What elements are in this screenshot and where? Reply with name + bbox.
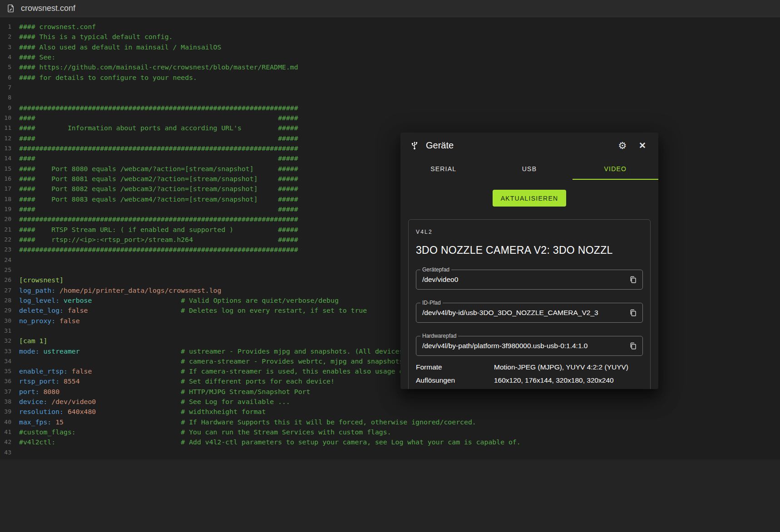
- file-edit-icon: [6, 4, 16, 13]
- code-line[interactable]: 42#v4l2ctl: # Add v4l2-ctl parameters to…: [0, 437, 780, 447]
- line-number: 27: [0, 286, 11, 296]
- device-path-field[interactable]: Gerätepfad /dev/video0: [416, 270, 643, 290]
- code-line[interactable]: 19#### #####: [0, 204, 780, 214]
- line-number: 25: [0, 265, 11, 275]
- code-line[interactable]: 40max_fps: 15 # If Hardware Supports thi…: [0, 417, 780, 427]
- line-number: 16: [0, 174, 11, 184]
- code-token: # camera-streamer - Provides webrtc, mjp…: [181, 357, 407, 365]
- code-line[interactable]: 31: [0, 326, 780, 336]
- code-line[interactable]: 4#### See:: [0, 52, 780, 62]
- hardware-path-field[interactable]: Hardwarepfad /dev/v4l/by-path/platform-3…: [416, 336, 643, 356]
- line-number: 22: [0, 235, 11, 245]
- code-line[interactable]: 27log_path: /home/pi/printer_data/logs/c…: [0, 286, 780, 296]
- code-line[interactable]: 39resolution: 640x480 # widthxheight for…: [0, 407, 780, 417]
- code-line[interactable]: 34 # camera-streamer - Provides webrtc, …: [0, 356, 780, 366]
- code-token: 15: [51, 418, 64, 426]
- code-line[interactable]: 24: [0, 255, 780, 265]
- usb-icon: [410, 140, 420, 150]
- code-line[interactable]: 7: [0, 83, 780, 93]
- code-line[interactable]: 18#### Port 8083 equals /webcam4/?action…: [0, 194, 780, 204]
- line-number: 12: [0, 133, 11, 143]
- settings-button[interactable]: ⚙: [616, 138, 629, 152]
- code-line[interactable]: 9#######################################…: [0, 103, 780, 113]
- copy-button[interactable]: [627, 273, 639, 286]
- copy-button[interactable]: [627, 306, 639, 319]
- code-line[interactable]: 17#### Port 8082 equals /webcam3/?action…: [0, 184, 780, 194]
- code-line[interactable]: 38device: /dev/video0 # See Log for avai…: [0, 397, 780, 407]
- code-line[interactable]: 15#### Port 8080 equals /webcam/?action=…: [0, 164, 780, 174]
- code-line[interactable]: 29delete_log: false # Deletes log on eve…: [0, 305, 780, 315]
- code-line[interactable]: 22#### rtsp://<ip>:<rtsp_port>/stream.h2…: [0, 235, 780, 245]
- line-number: 33: [0, 346, 11, 356]
- line-number: 42: [0, 437, 11, 447]
- line-number: 4: [0, 52, 11, 62]
- code-token: [64, 418, 181, 426]
- code-token: [88, 306, 181, 314]
- code-line[interactable]: 2#### This is a typical default config.: [0, 32, 780, 42]
- code-line[interactable]: 33mode: ustreamer # ustreamer - Provides…: [0, 346, 780, 356]
- line-number: 35: [0, 366, 11, 376]
- code-token: 8080: [39, 388, 60, 395]
- code-line[interactable]: 12#### #####: [0, 133, 780, 143]
- formats-row: Formate Motion-JPEG (MJPG), YUYV 4:2:2 (…: [416, 362, 643, 372]
- code-line[interactable]: 20######################################…: [0, 214, 780, 224]
- code-line[interactable]: 36rtsp_port: 8554 # Set different ports …: [0, 376, 780, 386]
- tab-video[interactable]: VIDEO: [573, 158, 658, 180]
- code-token: #### See:: [19, 53, 55, 61]
- code-token: [76, 428, 181, 436]
- config-editor[interactable]: 1#### crowsnest.conf2#### This is a typi…: [0, 17, 780, 459]
- refresh-button[interactable]: AKTUALISIEREN: [493, 190, 567, 207]
- code-token: port:: [19, 388, 39, 395]
- copy-button[interactable]: [627, 340, 639, 352]
- code-line[interactable]: 3#### Also used as default in mainsail /…: [0, 42, 780, 52]
- code-token: enable_rtsp:: [19, 367, 68, 375]
- code-token: log_path:: [19, 286, 55, 294]
- close-icon: ✕: [639, 141, 646, 150]
- code-token: # Add v4l2-ctl parameters to setup your …: [181, 438, 520, 446]
- tab-serial[interactable]: SERIAL: [400, 158, 486, 180]
- code-token: [55, 438, 181, 446]
- code-token: [crowsnest]: [19, 276, 64, 284]
- line-number: 5: [0, 62, 11, 72]
- copy-icon: [629, 276, 637, 284]
- code-token: # If Hardware Supports this it will be f…: [181, 418, 476, 426]
- device-card: V4L2 3DO NOZZLE CAMERA V2: 3DO NOZZL Ger…: [408, 219, 651, 389]
- code-line[interactable]: 23######################################…: [0, 245, 780, 255]
- code-line[interactable]: 32[cam 1]: [0, 336, 780, 346]
- code-line[interactable]: 8: [0, 93, 780, 103]
- line-number: 15: [0, 164, 11, 174]
- code-line[interactable]: 6#### for details to configure to your n…: [0, 73, 780, 83]
- line-number: 19: [0, 204, 11, 214]
- field-label: Hardwarepfad: [420, 333, 458, 339]
- code-line[interactable]: 14#### #####: [0, 153, 780, 163]
- code-token: [92, 296, 181, 304]
- code-line[interactable]: 43: [0, 448, 780, 458]
- code-line[interactable]: 21#### RTSP Stream URL: ( if enabled and…: [0, 225, 780, 235]
- code-line[interactable]: 1#### crowsnest.conf: [0, 22, 780, 32]
- code-token: delete_log:: [19, 306, 64, 314]
- code-token: [96, 398, 181, 405]
- code-line[interactable]: 5#### https://github.com/mainsail-crew/c…: [0, 62, 780, 72]
- code-line[interactable]: 25: [0, 265, 780, 275]
- code-line[interactable]: 13######################################…: [0, 143, 780, 153]
- code-line[interactable]: 41#custom_flags: # You can run the Strea…: [0, 427, 780, 437]
- close-button[interactable]: ✕: [636, 138, 649, 152]
- code-line[interactable]: 11#### Information about ports and accor…: [0, 123, 780, 133]
- code-token: #v4l2ctl:: [19, 438, 55, 446]
- code-token: mode:: [19, 347, 39, 355]
- tab-usb[interactable]: USB: [486, 158, 572, 180]
- code-line[interactable]: 30no_proxy: false: [0, 316, 780, 326]
- code-line[interactable]: 10#### #####: [0, 113, 780, 123]
- code-token: /home/pi/printer_data/logs/crowsnest.log: [55, 286, 221, 294]
- id-path-field[interactable]: ID-Pfad /dev/v4l/by-id/usb-3DO_3DO_NOZZL…: [416, 303, 643, 323]
- code-token: /dev/video0: [47, 398, 96, 405]
- line-number: 13: [0, 143, 11, 153]
- code-line[interactable]: 28log_level: verbose # Valid Options are…: [0, 296, 780, 305]
- field-label: ID-Pfad: [420, 300, 443, 306]
- code-line[interactable]: 16#### Port 8081 equals /webcam2/?action…: [0, 174, 780, 184]
- code-line[interactable]: 26[crowsnest]: [0, 275, 780, 285]
- line-number: 7: [0, 83, 11, 93]
- line-number: 23: [0, 245, 11, 255]
- code-line[interactable]: 37port: 8080 # HTTP/MJPG Stream/Snapshot…: [0, 387, 780, 397]
- code-line[interactable]: 35enable_rtsp: false # If camera-streame…: [0, 366, 780, 376]
